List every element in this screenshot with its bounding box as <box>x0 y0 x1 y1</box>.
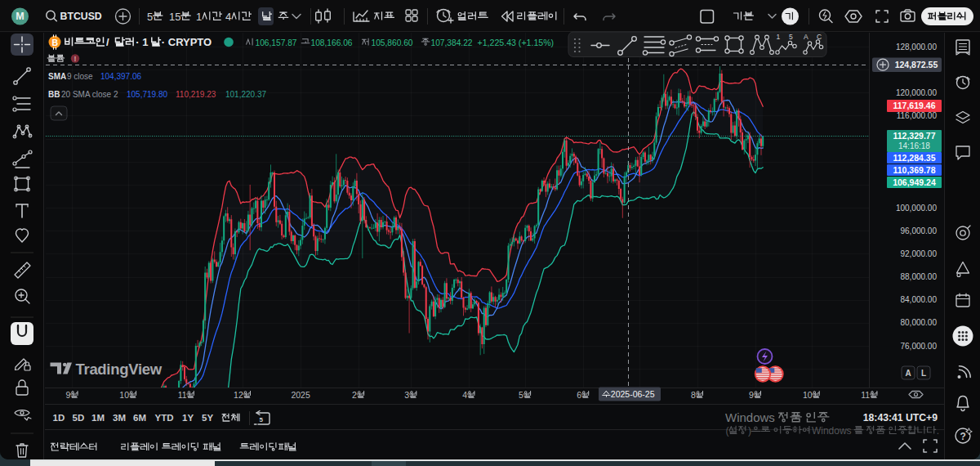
svg-text:107,384.22: 107,384.22 <box>431 38 473 47</box>
svg-text:4: 4 <box>225 11 231 23</box>
svg-text:2025-06-25: 2025-06-25 <box>611 389 655 399</box>
svg-text:80,000.00: 80,000.00 <box>901 318 938 327</box>
svg-text:TradingView: TradingView <box>76 361 163 378</box>
svg-text:5: 5 <box>789 33 793 41</box>
svg-text:A: A <box>905 369 911 378</box>
svg-text:L: L <box>921 369 926 378</box>
svg-text:/: / <box>106 36 109 48</box>
svg-text:106,949.24: 106,949.24 <box>893 177 936 187</box>
svg-text:105,719.80: 105,719.80 <box>127 90 167 99</box>
svg-text:A: A <box>804 33 808 41</box>
svg-text:SMA: SMA <box>48 72 66 81</box>
svg-text:15: 15 <box>169 11 180 23</box>
svg-text:14:16:18: 14:16:18 <box>898 141 930 150</box>
svg-text:110,219.23: 110,219.23 <box>176 90 216 99</box>
svg-text:12: 12 <box>234 390 243 400</box>
svg-text:Windows: Windows <box>812 425 852 437</box>
svg-text:1: 1 <box>196 11 202 23</box>
svg-text:YTD: YTD <box>155 413 174 423</box>
svg-text:1Y: 1Y <box>182 413 194 423</box>
svg-text:112,284.35: 112,284.35 <box>893 153 936 163</box>
svg-text:1D: 1D <box>53 413 65 423</box>
svg-text:11: 11 <box>178 390 187 400</box>
svg-text:1M: 1M <box>91 413 105 423</box>
svg-text:9: 9 <box>749 390 754 400</box>
svg-text:Windows: Windows <box>725 410 775 424</box>
svg-text:M: M <box>16 11 24 22</box>
svg-text:104,397.06: 104,397.06 <box>100 72 141 81</box>
svg-text:92,000.00: 92,000.00 <box>901 249 938 258</box>
svg-text:2: 2 <box>352 390 357 400</box>
svg-text:BTCUSD: BTCUSD <box>60 11 102 22</box>
svg-text:10: 10 <box>803 390 813 400</box>
svg-text:117,619.46: 117,619.46 <box>893 101 936 110</box>
svg-text:!: ! <box>74 55 77 63</box>
svg-text:.: . <box>937 425 939 437</box>
svg-text:10: 10 <box>119 390 129 400</box>
svg-text:3: 3 <box>404 390 409 400</box>
svg-text:B: B <box>51 38 58 47</box>
svg-text:128,000.00: 128,000.00 <box>896 43 937 52</box>
svg-text:· 1: · 1 <box>136 36 148 48</box>
svg-text:2025: 2025 <box>291 390 310 400</box>
svg-text:108,166.06: 108,166.06 <box>311 38 353 47</box>
svg-text:84,000.00: 84,000.00 <box>901 295 938 304</box>
svg-text:6: 6 <box>577 390 581 400</box>
svg-text:1: 1 <box>777 33 781 41</box>
svg-text:9 close: 9 close <box>67 72 93 81</box>
svg-text:110,369.78: 110,369.78 <box>893 165 936 175</box>
svg-text:(: ( <box>726 425 729 437</box>
svg-text:18:43:41 UTC+9: 18:43:41 UTC+9 <box>863 412 938 423</box>
svg-text:20 SMA close 2: 20 SMA close 2 <box>61 90 118 99</box>
svg-text:112,329.77: 112,329.77 <box>893 131 936 141</box>
svg-text:101,220.37: 101,220.37 <box>225 90 266 99</box>
svg-text:5D: 5D <box>73 413 85 423</box>
svg-text:106,157.87: 106,157.87 <box>256 38 297 47</box>
svg-text:5Y: 5Y <box>202 413 213 423</box>
svg-text:120,000.00: 120,000.00 <box>896 88 937 97</box>
svg-text:11: 11 <box>861 390 870 400</box>
svg-text:+1,225.43 (+1.15%): +1,225.43 (+1.15%) <box>478 38 555 47</box>
svg-text:9: 9 <box>65 390 70 400</box>
svg-text:116,000.00: 116,000.00 <box>897 111 938 120</box>
svg-text:): ) <box>748 425 751 437</box>
svg-text:5: 5 <box>147 11 153 23</box>
svg-text:96,000.00: 96,000.00 <box>901 226 938 235</box>
svg-text:124,872.55: 124,872.55 <box>895 60 938 69</box>
svg-text:3M: 3M <box>113 413 126 423</box>
svg-text:8: 8 <box>691 390 696 400</box>
svg-text:5: 5 <box>519 390 523 400</box>
svg-text:76,000.00: 76,000.00 <box>901 342 938 351</box>
svg-text:100,000.00: 100,000.00 <box>896 204 937 213</box>
svg-text:5: 5 <box>260 416 264 423</box>
svg-text:105,860.60: 105,860.60 <box>372 38 413 47</box>
svg-text:BB: BB <box>48 90 60 99</box>
svg-text:6M: 6M <box>133 413 146 423</box>
svg-text:?: ? <box>960 431 966 442</box>
svg-text:88,000.00: 88,000.00 <box>901 272 938 281</box>
svg-text:4: 4 <box>462 390 467 400</box>
